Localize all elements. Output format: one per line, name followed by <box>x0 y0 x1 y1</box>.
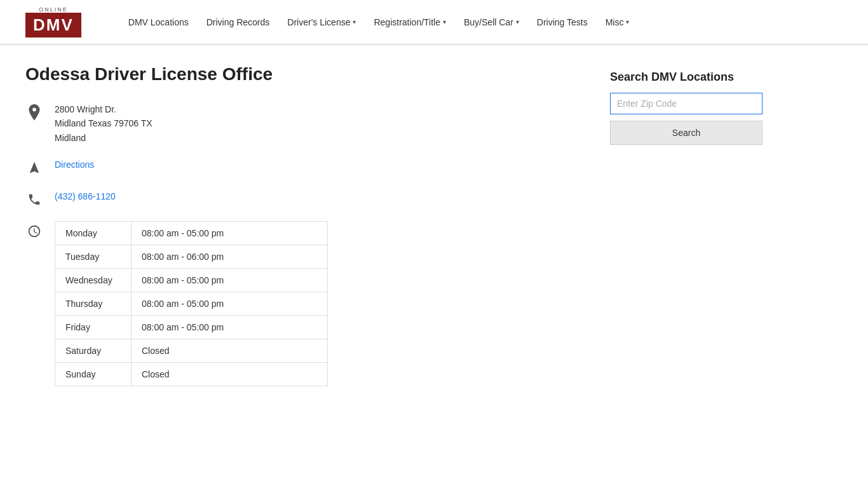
sidebar-title: Search DMV Locations <box>610 71 763 84</box>
hours-row: SaturdayClosed <box>55 339 328 363</box>
hours-time: 08:00 am - 05:00 pm <box>132 316 328 339</box>
nav-item-misc[interactable]: Misc▾ <box>597 0 639 44</box>
zip-search-input[interactable] <box>610 93 763 114</box>
address-text: 2800 Wright Dr. Midland Texas 79706 TX M… <box>55 102 153 145</box>
hours-row: SundayClosed <box>55 363 328 386</box>
nav-item-label: Driving Tests <box>537 17 588 27</box>
hours-day: Friday <box>55 316 132 339</box>
site-header: ONLINE DMV DMV LocationsDriving RecordsD… <box>0 0 868 44</box>
hours-day: Wednesday <box>55 269 132 292</box>
hours-time: Closed <box>132 339 328 363</box>
chevron-down-icon: ▾ <box>353 18 356 25</box>
nav-item-driving-tests[interactable]: Driving Tests <box>528 0 597 44</box>
directions-row: Directions <box>25 158 585 177</box>
nav-item-label: Registration/Title <box>374 17 440 27</box>
phone-link[interactable]: (432) 686-1120 <box>55 191 116 201</box>
logo-dmv-text: DMV <box>25 13 81 37</box>
nav-item-driving-records[interactable]: Driving Records <box>198 0 279 44</box>
hours-time: Closed <box>132 363 328 386</box>
hours-day: Sunday <box>55 363 132 386</box>
address-street: 2800 Wright Dr. <box>55 102 153 116</box>
hours-row: Monday08:00 am - 05:00 pm <box>55 222 328 245</box>
hours-time: 08:00 am - 05:00 pm <box>132 222 328 245</box>
logo-online-text: ONLINE <box>39 6 68 13</box>
nav-item-label: Driver's License <box>287 17 350 27</box>
chevron-down-icon: ▾ <box>516 18 519 25</box>
hours-day: Monday <box>55 222 132 245</box>
hours-row: Monday08:00 am - 05:00 pmTuesday08:00 am… <box>25 221 585 386</box>
site-logo[interactable]: ONLINE DMV <box>25 6 81 37</box>
phone-icon <box>25 191 43 208</box>
hours-time: 08:00 am - 05:00 pm <box>132 269 328 292</box>
hours-row: Tuesday08:00 am - 06:00 pm <box>55 245 328 269</box>
hours-row: Thursday08:00 am - 05:00 pm <box>55 292 328 316</box>
nav-item-label: Misc <box>606 17 624 27</box>
hours-day: Saturday <box>55 339 132 363</box>
nav-item-dmv-locations[interactable]: DMV Locations <box>119 0 198 44</box>
phone-text: (432) 686-1120 <box>55 189 116 203</box>
chevron-down-icon: ▾ <box>443 18 446 25</box>
hours-table: Monday08:00 am - 05:00 pmTuesday08:00 am… <box>55 221 328 386</box>
nav-item-label: Buy/Sell Car <box>464 17 513 27</box>
directions-icon <box>25 159 43 177</box>
nav-item-registration-title[interactable]: Registration/Title▾ <box>365 0 455 44</box>
chevron-down-icon: ▾ <box>626 18 629 25</box>
hours-row: Friday08:00 am - 05:00 pm <box>55 316 328 339</box>
nav-item-driver-s-license[interactable]: Driver's License▾ <box>278 0 365 44</box>
main-content: Odessa Driver License Office 2800 Wright… <box>25 64 585 399</box>
hours-day: Thursday <box>55 292 132 316</box>
page-title: Odessa Driver License Office <box>25 64 585 85</box>
page-layout: Odessa Driver License Office 2800 Wright… <box>0 45 868 418</box>
phone-row: (432) 686-1120 <box>25 189 585 208</box>
main-nav: DMV LocationsDriving RecordsDriver's Lic… <box>119 0 843 44</box>
address-row: 2800 Wright Dr. Midland Texas 79706 TX M… <box>25 102 585 145</box>
directions-link[interactable]: Directions <box>55 159 94 170</box>
address-city-state-zip: Midland Texas 79706 TX <box>55 116 153 130</box>
search-button[interactable]: Search <box>610 121 763 145</box>
location-icon <box>25 104 43 121</box>
nav-item-label: DMV Locations <box>128 17 189 27</box>
hours-time: 08:00 am - 06:00 pm <box>132 245 328 269</box>
clock-icon <box>25 222 43 240</box>
address-city: Midland <box>55 131 153 145</box>
hours-day: Tuesday <box>55 245 132 269</box>
directions-text: Directions <box>55 158 94 172</box>
hours-time: 08:00 am - 05:00 pm <box>132 292 328 316</box>
sidebar: Search DMV Locations Search <box>610 64 763 399</box>
nav-item-label: Driving Records <box>207 17 270 27</box>
hours-row: Wednesday08:00 am - 05:00 pm <box>55 269 328 292</box>
nav-item-buy-sell-car[interactable]: Buy/Sell Car▾ <box>455 0 528 44</box>
